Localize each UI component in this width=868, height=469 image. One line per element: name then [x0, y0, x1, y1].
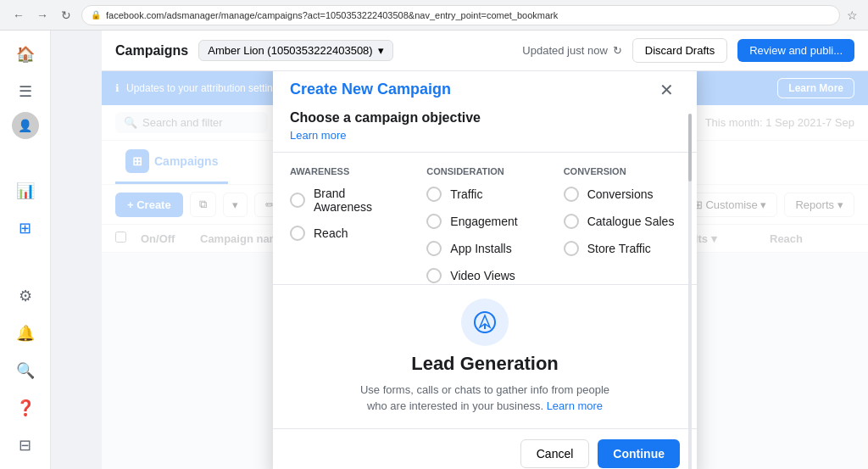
review-button[interactable]: Review and publi... — [737, 39, 854, 62]
awareness-column: Awareness Brand Awareness Reach — [290, 166, 406, 284]
content-area: ℹ Updates to your attribution settings A… — [102, 71, 868, 469]
objectives-grid: Awareness Brand Awareness Reach — [290, 166, 680, 284]
store-traffic-radio[interactable] — [564, 241, 579, 256]
brand-awareness-radio[interactable] — [290, 193, 305, 208]
account-selector[interactable]: Amber Lion (1050353222403508) ▾ — [198, 40, 392, 61]
conversions-radio[interactable] — [564, 187, 579, 202]
create-campaign-modal: Create New Campaign ✕ Choose a campaign … — [273, 71, 697, 469]
engagement-option[interactable]: Engagement — [426, 214, 542, 229]
page-title: Campaigns — [115, 43, 188, 59]
sidebar-icon-help[interactable]: ❓ — [8, 391, 42, 425]
continue-button[interactable]: Continue — [598, 439, 680, 468]
sidebar-icon-settings[interactable]: ⚙ — [8, 279, 42, 313]
video-views-option[interactable]: Video Views — [426, 268, 542, 283]
conversions-option[interactable]: Conversions — [564, 187, 680, 202]
lock-icon: 🔒 — [91, 10, 101, 20]
modal-close-button[interactable]: ✕ — [653, 76, 680, 103]
reach-label: Reach — [314, 226, 348, 240]
sidebar-icon-grid[interactable]: ⊞ — [8, 211, 42, 245]
consideration-header: Consideration — [426, 166, 542, 176]
sidebar-icon-menu[interactable]: ☰ — [8, 75, 42, 109]
modal-learn-more-link[interactable]: Learn more — [273, 126, 697, 152]
sidebar-icon-chart[interactable]: 📊 — [8, 174, 42, 208]
app-container: 🏠 ☰ 👤 📊 ⊞ ⚙ 🔔 🔍 ❓ ⊟ Campaigns Amber Lion… — [0, 31, 868, 469]
conversion-header: Conversion — [564, 166, 680, 176]
url-text: facebook.com/adsmanager/manage/campaigns… — [106, 10, 558, 20]
refresh-icon[interactable]: ↻ — [613, 44, 622, 57]
modal-footer: Cancel Continue — [273, 428, 697, 470]
engagement-radio[interactable] — [426, 214, 442, 229]
sidebar-icon-search[interactable]: 🔍 — [8, 354, 42, 388]
main-area: Campaigns Amber Lion (1050353222403508) … — [51, 31, 868, 469]
brand-awareness-label: Brand Awareness — [314, 187, 406, 214]
lead-gen-description: Use forms, calls or chats to gather info… — [349, 382, 620, 415]
lead-gen-learn-more-link[interactable]: Learn more — [547, 399, 603, 412]
awareness-header: Awareness — [290, 166, 406, 176]
store-traffic-option[interactable]: Store Traffic — [564, 241, 680, 256]
url-bar[interactable]: 🔒 facebook.com/adsmanager/manage/campaig… — [81, 5, 840, 25]
bookmark-icon[interactable]: ☆ — [847, 8, 858, 22]
conversions-label: Conversions — [587, 187, 654, 201]
catalogue-sales-label: Catalogue Sales — [587, 215, 675, 228]
scroll-indicator — [687, 114, 693, 470]
reach-radio[interactable] — [290, 226, 305, 241]
app-installs-option[interactable]: App Installs — [426, 241, 542, 256]
top-nav: Campaigns Amber Lion (1050353222403508) … — [102, 31, 868, 71]
store-traffic-label: Store Traffic — [587, 242, 651, 255]
app-installs-label: App Installs — [450, 242, 511, 255]
brand-awareness-option[interactable]: Brand Awareness — [290, 187, 406, 214]
video-views-radio[interactable] — [426, 268, 442, 283]
video-views-label: Video Views — [450, 269, 515, 282]
sidebar-icon-home[interactable]: 🏠 — [8, 37, 42, 71]
engagement-label: Engagement — [450, 215, 517, 228]
traffic-label: Traffic — [450, 187, 482, 201]
cancel-button[interactable]: Cancel — [520, 439, 590, 468]
traffic-radio[interactable] — [426, 187, 442, 202]
sidebar-icon-more[interactable]: ⊟ — [8, 428, 42, 462]
modal-header: Create New Campaign ✕ — [273, 71, 697, 103]
scroll-thumb — [688, 114, 692, 181]
updated-status: Updated just now ↻ — [522, 44, 621, 57]
modal-title: Create New Campaign — [290, 81, 451, 98]
modal-body: Awareness Brand Awareness Reach — [273, 153, 697, 284]
sidebar-icon-bell[interactable]: 🔔 — [8, 316, 42, 350]
chevron-down-icon: ▾ — [378, 44, 384, 57]
browser-chrome: ← → ↻ 🔒 facebook.com/adsmanager/manage/c… — [0, 0, 868, 31]
lead-gen-icon — [461, 299, 509, 346]
conversion-column: Conversion Conversions Catalogue Sales — [564, 166, 680, 284]
avatar[interactable]: 👤 — [12, 112, 39, 139]
reach-option[interactable]: Reach — [290, 226, 406, 241]
reload-button[interactable]: ↻ — [58, 7, 75, 24]
forward-button[interactable]: → — [34, 7, 51, 24]
modal-overlay: Create New Campaign ✕ Choose a campaign … — [102, 71, 868, 469]
modal-subtitle: Choose a campaign objective — [273, 103, 697, 126]
catalogue-sales-option[interactable]: Catalogue Sales — [564, 214, 680, 229]
catalogue-sales-radio[interactable] — [564, 214, 579, 229]
consideration-column: Consideration Traffic Engagement — [426, 166, 542, 284]
account-name: Amber Lion (1050353222403508) — [208, 44, 372, 57]
back-button[interactable]: ← — [10, 7, 27, 24]
lead-gen-title: Lead Generation — [411, 353, 559, 375]
sidebar: 🏠 ☰ 👤 📊 ⊞ ⚙ 🔔 🔍 ❓ ⊟ — [0, 31, 51, 469]
traffic-option[interactable]: Traffic — [426, 187, 542, 202]
app-installs-radio[interactable] — [426, 241, 442, 256]
scroll-track — [688, 114, 692, 470]
discard-button[interactable]: Discard Drafts — [632, 38, 727, 63]
lead-gen-section: Lead Generation Use forms, calls or chat… — [273, 284, 697, 428]
